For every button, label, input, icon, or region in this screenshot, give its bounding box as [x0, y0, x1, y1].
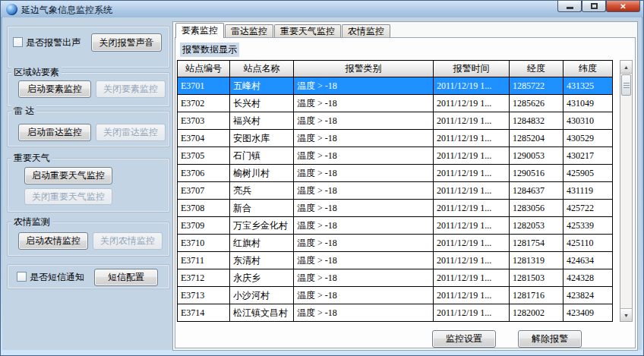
sms-notify-checkbox[interactable] [17, 272, 27, 282]
table-cell[interactable]: E3714 [178, 304, 230, 322]
vertical-scrollbar[interactable]: ▲ ▼ [620, 60, 633, 322]
table-cell[interactable]: 1281716 [510, 287, 564, 304]
tab-1[interactable]: 雷达监控 [225, 24, 273, 38]
table-cell[interactable]: 温度 > -18 [294, 147, 434, 165]
table-cell[interactable]: 1284832 [510, 112, 564, 130]
table-row[interactable]: E3707亮兵温度 > -182011/12/19 1...1284637431… [178, 182, 613, 200]
column-header[interactable]: 站点编号 [178, 61, 230, 77]
table-cell[interactable]: 1285722 [510, 77, 564, 95]
table-cell[interactable]: 2011/12/19 1... [434, 200, 510, 217]
table-cell[interactable]: 石门镇 [230, 147, 294, 165]
table-cell[interactable]: 温度 > -18 [294, 304, 434, 322]
table-cell[interactable]: 1285204 [510, 130, 564, 147]
table-row[interactable]: E3714松江镇文昌村温度 > -182011/12/19 1...128200… [178, 304, 613, 322]
table-row[interactable]: E3710红旗村温度 > -182011/12/19 1...128175442… [178, 235, 613, 252]
start-severe-weather-button[interactable]: 启动重要天气监控 [24, 167, 112, 184]
table-cell[interactable]: 1281754 [510, 235, 564, 252]
table-cell[interactable]: 1285626 [510, 95, 564, 112]
table-cell[interactable]: 温度 > -18 [294, 287, 434, 304]
stop-agriculture-monitor-button[interactable]: 关闭农情监控 [93, 232, 163, 250]
table-cell[interactable]: 2011/12/19 1... [434, 235, 510, 252]
table-cell[interactable]: 万宝乡金化村 [230, 217, 294, 235]
table-cell[interactable]: 424328 [564, 269, 613, 287]
table-cell[interactable]: E3709 [178, 217, 230, 235]
stop-severe-weather-button[interactable]: 关闭重要天气监控 [24, 188, 112, 205]
table-cell[interactable]: 2011/12/19 1... [434, 287, 510, 304]
table-cell[interactable]: 1283056 [510, 200, 564, 217]
table-cell[interactable]: 新合 [230, 200, 294, 217]
table-cell[interactable]: E3713 [178, 287, 230, 304]
table-row[interactable]: E3701五峰村温度 > -182011/12/19 1...128572243… [178, 77, 613, 95]
tab-2[interactable]: 重要天气监控 [274, 24, 341, 38]
table-cell[interactable]: 1290053 [510, 147, 564, 165]
table-cell[interactable]: 长兴村 [230, 95, 294, 112]
table-cell[interactable]: 2011/12/19 1... [434, 269, 510, 287]
column-header[interactable]: 站点名称 [230, 61, 294, 77]
stop-radar-monitor-button[interactable]: 关闭雷达监控 [96, 124, 166, 141]
table-cell[interactable]: E3710 [178, 235, 230, 252]
scrollbar-thumb[interactable] [621, 74, 631, 96]
table-cell[interactable]: 松江镇文昌村 [230, 304, 294, 322]
sms-config-button[interactable]: 短信配置 [94, 269, 158, 286]
table-cell[interactable]: 福兴村 [230, 112, 294, 130]
scroll-down-button[interactable]: ▼ [620, 308, 632, 321]
table-cell[interactable]: 东清村 [230, 252, 294, 269]
monitor-settings-button[interactable]: 监控设置 [432, 330, 496, 348]
table-cell[interactable]: 温度 > -18 [294, 130, 434, 147]
table-cell[interactable]: 425905 [564, 165, 613, 182]
table-cell[interactable]: E3708 [178, 200, 230, 217]
table-cell[interactable]: E3704 [178, 130, 230, 147]
close-button[interactable]: ✕ [606, 1, 640, 12]
table-cell[interactable]: 431325 [564, 77, 613, 95]
table-cell[interactable]: 1290516 [510, 165, 564, 182]
table-cell[interactable]: E3702 [178, 95, 230, 112]
stop-element-monitor-button[interactable]: 关闭要素监控 [96, 80, 166, 98]
table-cell[interactable]: E3703 [178, 112, 230, 130]
table-cell[interactable]: 温度 > -18 [294, 112, 434, 130]
table-cell[interactable]: 榆树川村 [230, 165, 294, 182]
table-cell[interactable]: 2011/12/19 1... [434, 182, 510, 200]
column-header[interactable]: 经度 [510, 61, 564, 77]
table-cell[interactable]: 431049 [564, 95, 613, 112]
table-cell[interactable]: 温度 > -18 [294, 217, 434, 235]
table-cell[interactable]: 423824 [564, 287, 613, 304]
start-agriculture-monitor-button[interactable]: 启动农情监控 [18, 232, 88, 250]
table-cell[interactable]: 425339 [564, 217, 613, 235]
table-cell[interactable]: 2011/12/19 1... [434, 130, 510, 147]
table-cell[interactable]: 430217 [564, 147, 613, 165]
table-cell[interactable]: 温度 > -18 [294, 252, 434, 269]
table-row[interactable]: E3709万宝乡金化村温度 > -182011/12/19 1...128205… [178, 217, 613, 235]
table-cell[interactable]: E3712 [178, 269, 230, 287]
table-cell[interactable]: 安图水库 [230, 130, 294, 147]
table-cell[interactable]: 永庆乡 [230, 269, 294, 287]
column-header[interactable]: 报警时间 [434, 61, 510, 77]
table-cell[interactable]: 2011/12/19 1... [434, 304, 510, 322]
table-cell[interactable]: 425110 [564, 235, 613, 252]
table-row[interactable]: E3703福兴村温度 > -182011/12/19 1...128483243… [178, 112, 613, 130]
table-cell[interactable]: 2011/12/19 1... [434, 147, 510, 165]
table-row[interactable]: E3705石门镇温度 > -182011/12/19 1...129005343… [178, 147, 613, 165]
tab-3[interactable]: 农情监控 [342, 24, 390, 38]
table-cell[interactable]: 430529 [564, 130, 613, 147]
table-cell[interactable]: 红旗村 [230, 235, 294, 252]
start-element-monitor-button[interactable]: 启动要素监控 [18, 80, 91, 98]
table-cell[interactable]: 温度 > -18 [294, 165, 434, 182]
table-row[interactable]: E3713小沙河村温度 > -182011/12/19 1...12817164… [178, 287, 613, 304]
table-cell[interactable]: 小沙河村 [230, 287, 294, 304]
table-cell[interactable]: 424634 [564, 252, 613, 269]
table-cell[interactable]: 亮兵 [230, 182, 294, 200]
table-cell[interactable]: E3707 [178, 182, 230, 200]
table-cell[interactable]: 430310 [564, 112, 613, 130]
maximize-button[interactable] [582, 1, 606, 12]
table-cell[interactable]: 温度 > -18 [294, 269, 434, 287]
table-cell[interactable]: 1282002 [510, 304, 564, 322]
table-cell[interactable]: E3701 [178, 77, 230, 95]
table-cell[interactable]: 2011/12/19 1... [434, 252, 510, 269]
table-cell[interactable]: 1281319 [510, 252, 564, 269]
table-cell[interactable]: 2011/12/19 1... [434, 217, 510, 235]
table-cell[interactable]: 1284637 [510, 182, 564, 200]
table-cell[interactable]: 2011/12/19 1... [434, 165, 510, 182]
table-row[interactable]: E3706榆树川村温度 > -182011/12/19 1...12905164… [178, 165, 613, 182]
table-cell[interactable]: 2011/12/19 1... [434, 77, 510, 95]
table-row[interactable]: E3712永庆乡温度 > -182011/12/19 1...128150342… [178, 269, 613, 287]
